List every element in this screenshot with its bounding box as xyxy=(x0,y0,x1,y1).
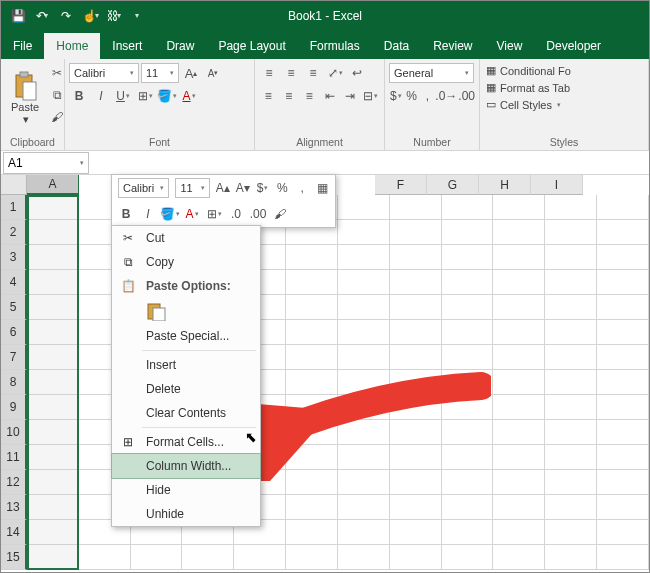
links-button[interactable]: ⛓▾ xyxy=(103,5,125,27)
row-header-1[interactable]: 1 xyxy=(1,195,27,220)
row-header-4[interactable]: 4 xyxy=(1,270,27,295)
tab-insert[interactable]: Insert xyxy=(100,33,154,59)
tab-developer[interactable]: Developer xyxy=(534,33,613,59)
align-top-button[interactable]: ≡ xyxy=(259,63,279,83)
merge-button[interactable]: ⊟▾ xyxy=(362,86,381,106)
column-header-h[interactable]: H xyxy=(479,175,531,195)
font-size-dropdown[interactable]: 11▾ xyxy=(141,63,179,83)
column-header-i[interactable]: I xyxy=(531,175,583,195)
mini-bold[interactable]: B xyxy=(118,204,134,224)
ctx-delete[interactable]: Delete xyxy=(112,377,260,401)
select-all-corner[interactable] xyxy=(1,175,27,195)
tab-page-layout[interactable]: Page Layout xyxy=(206,33,297,59)
row-header-13[interactable]: 13 xyxy=(1,495,27,520)
row-header-9[interactable]: 9 xyxy=(1,395,27,420)
tab-review[interactable]: Review xyxy=(421,33,484,59)
ctx-copy[interactable]: ⧉Copy xyxy=(112,250,260,274)
clipboard-icon xyxy=(12,71,38,101)
row-header-15[interactable]: 15 xyxy=(1,545,27,570)
row-header-7[interactable]: 7 xyxy=(1,345,27,370)
align-right-button[interactable]: ≡ xyxy=(300,86,319,106)
ctx-format-cells[interactable]: ⊞Format Cells... xyxy=(112,430,260,454)
tab-file[interactable]: File xyxy=(1,33,44,59)
tab-data[interactable]: Data xyxy=(372,33,421,59)
tab-draw[interactable]: Draw xyxy=(154,33,206,59)
decrease-font-button[interactable]: A▾ xyxy=(203,63,223,83)
decrease-indent-button[interactable]: ⇤ xyxy=(321,86,340,106)
mini-percent[interactable]: % xyxy=(276,178,290,198)
group-font: Calibri▾ 11▾ A▴ A▾ B I U▾ ⊞▾ 🪣▾ A▾ Font xyxy=(65,59,255,150)
cell-styles-button[interactable]: ▭Cell Styles ▾ xyxy=(484,97,644,112)
qat-customize[interactable]: ▾ xyxy=(127,5,149,27)
currency-button[interactable]: $▾ xyxy=(389,86,403,106)
mini-increase-font[interactable]: A▴ xyxy=(216,178,230,198)
mini-fill-color[interactable]: 🪣▾ xyxy=(162,204,178,224)
underline-button[interactable]: U▾ xyxy=(113,86,133,106)
row-header-12[interactable]: 12 xyxy=(1,470,27,495)
mini-format-painter[interactable]: 🖌 xyxy=(272,204,288,224)
mini-border[interactable]: ⊞▾ xyxy=(206,204,222,224)
column-header-f[interactable]: F xyxy=(375,175,427,195)
mini-decrease-font[interactable]: A▾ xyxy=(236,178,250,198)
row-header-14[interactable]: 14 xyxy=(1,520,27,545)
mini-currency[interactable]: $▾ xyxy=(256,178,270,198)
row-header-2[interactable]: 2 xyxy=(1,220,27,245)
mini-decrease-decimal[interactable]: .0 xyxy=(228,204,244,224)
paste-button[interactable]: Paste ▾ xyxy=(5,63,45,134)
font-color-button[interactable]: A▾ xyxy=(179,86,199,106)
worksheet-grid[interactable]: A B C D E F G H I 1 2 3 4 5 6 7 8 9 10 1… xyxy=(1,175,649,573)
ctx-hide[interactable]: Hide xyxy=(112,478,260,502)
mini-increase-decimal[interactable]: .00 xyxy=(250,204,266,224)
percent-button[interactable]: % xyxy=(405,86,419,106)
number-format-dropdown[interactable]: General▾ xyxy=(389,63,474,83)
orientation-button[interactable]: ⤢▾ xyxy=(325,63,345,83)
ctx-clear-contents[interactable]: Clear Contents xyxy=(112,401,260,425)
align-middle-button[interactable]: ≡ xyxy=(281,63,301,83)
decrease-decimal-button[interactable]: .00 xyxy=(458,86,475,106)
tab-view[interactable]: View xyxy=(485,33,535,59)
mini-font-color[interactable]: A▾ xyxy=(184,204,200,224)
tab-formulas[interactable]: Formulas xyxy=(298,33,372,59)
tab-home[interactable]: Home xyxy=(44,33,100,59)
italic-button[interactable]: I xyxy=(91,86,111,106)
conditional-formatting-button[interactable]: ▦Conditional Fo xyxy=(484,63,644,78)
border-button[interactable]: ⊞▾ xyxy=(135,86,155,106)
mini-format-icon[interactable]: ▦ xyxy=(315,178,329,198)
touch-mode-button[interactable]: ☝▾ xyxy=(79,5,101,27)
paste-icon xyxy=(146,301,166,321)
ctx-paste-option-default[interactable] xyxy=(112,298,260,324)
name-box[interactable]: A1▾ xyxy=(3,152,89,174)
mini-comma[interactable]: , xyxy=(295,178,309,198)
align-center-button[interactable]: ≡ xyxy=(280,86,299,106)
mini-font-name[interactable]: Calibri▾ xyxy=(118,178,169,198)
row-header-10[interactable]: 10 xyxy=(1,420,27,445)
align-bottom-button[interactable]: ≡ xyxy=(303,63,323,83)
format-as-table-button[interactable]: ▦Format as Tab xyxy=(484,80,644,95)
row-header-3[interactable]: 3 xyxy=(1,245,27,270)
increase-decimal-button[interactable]: .0→ xyxy=(436,86,456,106)
row-header-8[interactable]: 8 xyxy=(1,370,27,395)
ctx-column-width[interactable]: Column Width... xyxy=(112,454,260,478)
bold-button[interactable]: B xyxy=(69,86,89,106)
font-name-dropdown[interactable]: Calibri▾ xyxy=(69,63,139,83)
mini-font-size[interactable]: 11▾ xyxy=(175,178,209,198)
fill-color-button[interactable]: 🪣▾ xyxy=(157,86,177,106)
row-header-6[interactable]: 6 xyxy=(1,320,27,345)
column-header-a[interactable]: A xyxy=(27,175,79,195)
increase-indent-button[interactable]: ⇥ xyxy=(341,86,360,106)
ctx-cut[interactable]: ✂Cut xyxy=(112,226,260,250)
comma-button[interactable]: , xyxy=(421,86,435,106)
increase-font-button[interactable]: A▴ xyxy=(181,63,201,83)
ctx-unhide[interactable]: Unhide xyxy=(112,502,260,526)
save-button[interactable]: 💾 xyxy=(7,5,29,27)
align-left-button[interactable]: ≡ xyxy=(259,86,278,106)
undo-button[interactable]: ↶▾ xyxy=(31,5,53,27)
redo-button[interactable]: ↷ xyxy=(55,5,77,27)
row-header-5[interactable]: 5 xyxy=(1,295,27,320)
column-header-g[interactable]: G xyxy=(427,175,479,195)
wrap-text-button[interactable]: ↩ xyxy=(347,63,367,83)
row-header-11[interactable]: 11 xyxy=(1,445,27,470)
ctx-paste-special[interactable]: Paste Special... xyxy=(112,324,260,348)
ctx-insert[interactable]: Insert xyxy=(112,353,260,377)
mini-italic[interactable]: I xyxy=(140,204,156,224)
